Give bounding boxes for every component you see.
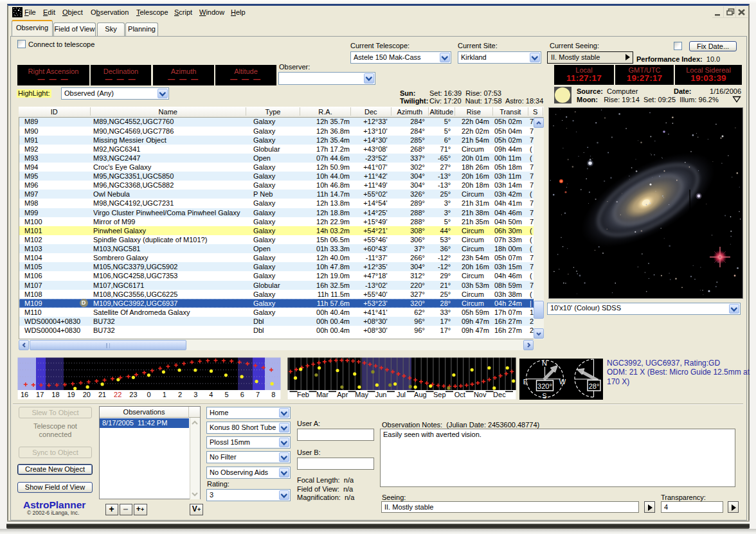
svg-text:2: 2 — [178, 391, 182, 398]
svg-text:5: 5 — [225, 391, 229, 398]
svg-text:8: 8 — [271, 391, 275, 398]
svg-text:Apr: Apr — [337, 391, 348, 398]
svg-text:Feb: Feb — [297, 391, 309, 398]
svg-text:19: 19 — [67, 391, 75, 398]
svg-text:1: 1 — [163, 391, 166, 398]
svg-text:Jul: Jul — [397, 391, 406, 398]
svg-text:W: W — [559, 378, 566, 386]
svg-text:0: 0 — [147, 391, 151, 398]
svg-text:17: 17 — [36, 391, 44, 398]
svg-text:Dec: Dec — [493, 391, 506, 398]
svg-text:Mar: Mar — [316, 391, 328, 398]
svg-text:3: 3 — [194, 391, 197, 398]
svg-text:N: N — [542, 359, 547, 367]
svg-text:22: 22 — [114, 391, 122, 398]
svg-text:Jun: Jun — [375, 391, 387, 398]
svg-text:7: 7 — [256, 391, 260, 398]
svg-text:21: 21 — [98, 391, 106, 398]
svg-text:4: 4 — [209, 391, 213, 398]
svg-text:6: 6 — [240, 391, 244, 398]
svg-text:Nov: Nov — [474, 391, 487, 398]
svg-text:May: May — [355, 391, 368, 398]
svg-text:E: E — [523, 378, 528, 386]
svg-text:18: 18 — [51, 391, 59, 398]
svg-text:Oct: Oct — [455, 391, 465, 398]
svg-text:28°: 28° — [589, 382, 600, 390]
svg-text:320°: 320° — [537, 382, 552, 390]
svg-text:Aug: Aug — [414, 391, 427, 398]
svg-text:20: 20 — [83, 391, 91, 398]
svg-text:Sep: Sep — [433, 391, 446, 398]
svg-text:23: 23 — [129, 391, 137, 398]
svg-text:S: S — [542, 392, 546, 400]
svg-text:16: 16 — [21, 391, 28, 398]
